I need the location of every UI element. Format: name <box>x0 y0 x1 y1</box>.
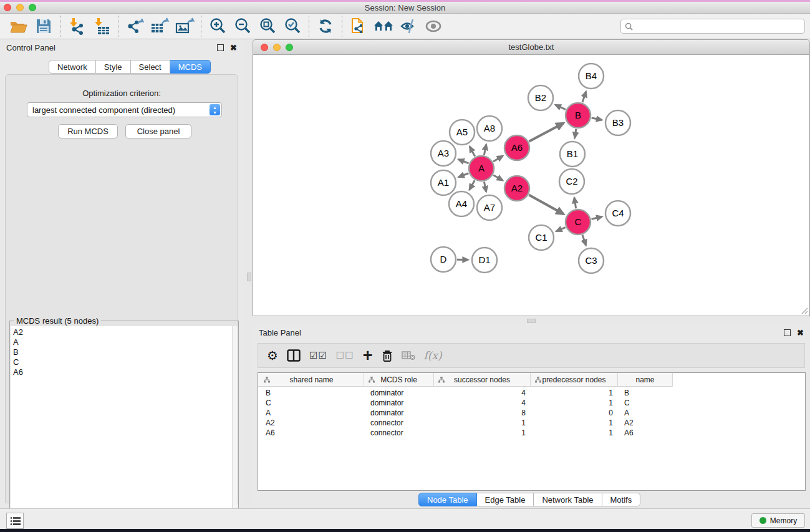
export-network-button[interactable] <box>122 16 147 37</box>
node-C2[interactable]: C2 <box>559 169 584 194</box>
tab-network[interactable]: Network <box>49 60 96 74</box>
tab-select[interactable]: Select <box>131 60 170 74</box>
column-header-successor-nodes[interactable]: successor nodes <box>434 373 531 387</box>
tab-style[interactable]: Style <box>96 60 131 74</box>
edge-A6-B[interactable] <box>529 123 564 142</box>
toolbar-search-field[interactable] <box>620 19 805 34</box>
edge-C-C4[interactable] <box>591 217 602 220</box>
table-row[interactable]: A2connector11A2 <box>258 418 673 428</box>
edge-B-B3[interactable] <box>592 118 602 120</box>
show-eye-button[interactable] <box>421 16 446 37</box>
node-B4[interactable]: B4 <box>579 64 604 89</box>
tab-network-table[interactable]: Network Table <box>534 493 602 506</box>
zoom-in-button[interactable] <box>205 16 230 37</box>
tab-edge-table[interactable]: Edge Table <box>477 493 534 506</box>
export-image-button[interactable] <box>172 16 197 37</box>
float-table-panel-icon[interactable] <box>784 329 791 336</box>
search-input[interactable] <box>635 22 804 31</box>
criterion-select[interactable]: largest connected component (directed) ▲… <box>27 102 222 117</box>
table-row[interactable]: A6connector11A6 <box>258 428 673 438</box>
network-window-titlebar[interactable]: testGlobe.txt <box>253 39 810 55</box>
edge-A-A5[interactable] <box>470 147 475 157</box>
close-panel-icon[interactable]: ✖ <box>230 44 237 51</box>
edge-A-A6[interactable] <box>493 156 503 162</box>
edge-A-A8[interactable] <box>484 144 486 155</box>
task-history-button[interactable] <box>6 513 24 529</box>
edge-A-A2[interactable] <box>493 175 503 181</box>
result-item[interactable]: A6 <box>13 367 232 377</box>
node-C[interactable]: C <box>566 210 591 235</box>
node-C1[interactable]: C1 <box>529 225 554 250</box>
edge-C-C3[interactable] <box>582 235 586 246</box>
open-file-button[interactable] <box>6 16 31 37</box>
hide-glasses-button[interactable] <box>396 16 421 37</box>
edge-A-A4[interactable] <box>470 180 475 190</box>
column-header-MCDS-role[interactable]: MCDS role <box>364 373 434 387</box>
delete-column-trash-icon[interactable] <box>382 349 393 362</box>
horizontal-splitter-handle[interactable] <box>527 319 536 323</box>
tab-mcds[interactable]: MCDS <box>170 60 211 74</box>
edge-C-C1[interactable] <box>556 228 566 231</box>
node-table[interactable]: shared nameMCDS rolesuccessor nodesprede… <box>258 372 806 491</box>
node-A1[interactable]: A1 <box>431 170 456 195</box>
memory-button[interactable]: Memory <box>751 513 805 528</box>
node-A3[interactable]: A3 <box>431 141 456 166</box>
node-A7[interactable]: A7 <box>477 195 502 220</box>
node-A[interactable]: A <box>469 156 494 181</box>
edge-B-B1[interactable] <box>575 129 576 138</box>
table-row[interactable]: Adominator80A <box>258 408 673 418</box>
result-scrollbar[interactable] <box>232 326 238 531</box>
node-B2[interactable]: B2 <box>528 85 553 110</box>
column-selector-icon[interactable] <box>287 349 301 362</box>
close-table-panel-icon[interactable]: ✖ <box>797 329 804 336</box>
node-A6[interactable]: A6 <box>504 135 529 160</box>
table-row[interactable]: Cdominator41C <box>258 398 673 408</box>
node-B3[interactable]: B3 <box>605 110 630 135</box>
edge-A-A1[interactable] <box>458 173 468 177</box>
float-panel-icon[interactable] <box>217 44 224 51</box>
run-mcds-button[interactable]: Run MCDS <box>58 124 118 138</box>
node-C3[interactable]: C3 <box>579 248 604 273</box>
edge-C-C2[interactable] <box>574 198 576 209</box>
mcds-result-list[interactable]: A2ABCA6 <box>11 326 232 531</box>
node-A2[interactable]: A2 <box>504 176 529 201</box>
function-builder-icon[interactable]: f(x) <box>424 349 442 362</box>
tab-node-table[interactable]: Node Table <box>418 493 477 506</box>
column-header-name[interactable]: name <box>618 373 673 387</box>
export-table-button[interactable] <box>147 16 172 37</box>
edge-A-A3[interactable] <box>458 160 468 163</box>
zoom-fit-button[interactable] <box>255 16 280 37</box>
create-column-icon[interactable]: + <box>363 349 373 362</box>
network-canvas[interactable]: B4B2BB3A8A5A6A3B1AC2A1A2A4A7C4CC1C3DD1 <box>253 55 810 316</box>
table-settings-gear-icon[interactable]: ⚙ <box>267 348 278 363</box>
node-D1[interactable]: D1 <box>472 248 497 273</box>
edge-B-B2[interactable] <box>556 105 566 110</box>
node-B1[interactable]: B1 <box>560 142 585 167</box>
table-row[interactable]: Bdominator41B <box>258 388 673 398</box>
new-network-from-file-button[interactable] <box>346 16 371 37</box>
result-item[interactable]: C <box>13 357 232 367</box>
node-D[interactable]: D <box>431 247 456 272</box>
select-all-columns-icon[interactable]: ☑☑ <box>309 350 327 361</box>
edge-A2-C[interactable] <box>529 195 564 215</box>
column-header-predecessor-nodes[interactable]: predecessor nodes <box>531 373 618 387</box>
result-item[interactable]: B <box>13 347 232 357</box>
result-item[interactable]: A2 <box>13 327 232 337</box>
node-A5[interactable]: A5 <box>450 120 475 145</box>
tab-motifs[interactable]: Motifs <box>602 493 641 506</box>
edge-A-A7[interactable] <box>484 182 486 192</box>
vertical-splitter-handle[interactable] <box>247 273 251 281</box>
edge-B-B4[interactable] <box>582 92 586 102</box>
node-C4[interactable]: C4 <box>605 201 630 226</box>
import-table-button[interactable] <box>89 16 114 37</box>
window-resize-grip[interactable] <box>801 307 808 314</box>
save-session-button[interactable] <box>31 16 56 37</box>
column-header-shared-name[interactable]: shared name <box>259 373 364 387</box>
cybrowser-home-button[interactable] <box>371 16 396 37</box>
close-panel-button[interactable]: Close panel <box>125 124 191 138</box>
zoom-selected-button[interactable] <box>280 16 305 37</box>
node-B[interactable]: B <box>566 103 591 128</box>
zoom-out-button[interactable] <box>230 16 255 37</box>
unselect-all-columns-icon[interactable]: ☐☐ <box>336 350 354 361</box>
node-A8[interactable]: A8 <box>477 116 502 141</box>
